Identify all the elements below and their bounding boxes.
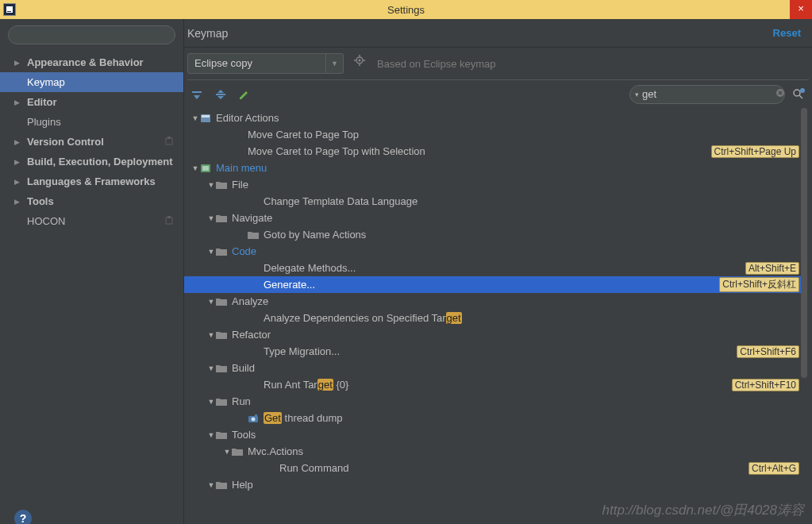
- sidebar-item-languages-frameworks[interactable]: ▶Languages & Frameworks: [0, 171, 183, 191]
- keymap-select[interactable]: Eclipse copy ▼: [187, 53, 344, 74]
- tree-arrow-icon: ▼: [190, 114, 200, 122]
- tree-arrow-icon: ▼: [206, 248, 216, 256]
- svg-point-9: [359, 60, 361, 62]
- svg-marker-15: [194, 95, 200, 99]
- help-icon[interactable]: ?: [14, 510, 32, 524]
- action-search-box[interactable]: ▾: [629, 85, 785, 104]
- tree-arrow-icon: ▼: [206, 431, 216, 439]
- shortcut-badge: Alt+Shift+E: [745, 262, 799, 275]
- breadcrumb: Keymap: [187, 27, 228, 40]
- edit-icon[interactable]: [238, 88, 251, 101]
- tree-label: Move Caret to Page Top: [248, 129, 359, 141]
- sidebar-item-label: Version Control: [27, 136, 104, 148]
- close-button[interactable]: ×: [790, 0, 812, 19]
- tree-node-icon: [216, 179, 229, 191]
- tree-arrow-icon: ▼: [206, 331, 216, 339]
- tree-arrow-icon: ▼: [206, 364, 216, 372]
- sidebar-item-keymap[interactable]: Keymap: [0, 72, 183, 92]
- tree-row[interactable]: ▼Help: [184, 476, 807, 493]
- sidebar-search-input[interactable]: [8, 25, 175, 44]
- svg-rect-4: [166, 138, 172, 144]
- svg-rect-6: [166, 218, 172, 224]
- clear-search-icon[interactable]: [775, 88, 785, 100]
- shortcut-badge: Ctrl+Alt+G: [749, 462, 799, 475]
- tree-node-icon: [216, 363, 229, 374]
- tree-node-icon: [248, 279, 260, 291]
- tree-label: Analyze: [232, 295, 268, 307]
- tree-node-icon: [232, 146, 244, 157]
- tree-row[interactable]: ▼Tools: [184, 426, 807, 443]
- tree-row[interactable]: ▼Code: [184, 243, 807, 260]
- tree-arrow-icon: ▼: [206, 181, 216, 189]
- tree-row[interactable]: Move Caret to Page Top with SelectionCtr…: [184, 143, 807, 160]
- tree-row[interactable]: Move Caret to Page Top: [184, 126, 807, 143]
- sidebar-item-tools[interactable]: ▶Tools: [0, 191, 183, 211]
- expand-arrow-icon: ▶: [14, 198, 22, 206]
- find-by-shortcut-icon[interactable]: [791, 87, 806, 102]
- action-search-input[interactable]: [639, 88, 775, 100]
- tree-label: Tools: [232, 429, 256, 441]
- sidebar-item-plugins[interactable]: Plugins: [0, 112, 183, 132]
- tree-arrow-icon: ▼: [190, 164, 200, 172]
- tree-row[interactable]: Run Ant Target {0}Ctrl+Shift+F10: [184, 376, 807, 393]
- tree-node-icon: [216, 296, 229, 307]
- action-tree[interactable]: ▼Editor ActionsMove Caret to Page TopMov…: [184, 108, 807, 524]
- tree-row[interactable]: ▼Navigate: [184, 210, 807, 226]
- tree-arrow-icon: ▼: [222, 448, 232, 456]
- tree-node-icon: [248, 196, 260, 207]
- expand-arrow-icon: ▶: [14, 138, 22, 146]
- settings-sidebar: ▶Appearance & BehaviorKeymap▶EditorPlugi…: [0, 19, 184, 524]
- tree-label: Main menu: [216, 162, 267, 174]
- tree-row[interactable]: Analyze Dependencies on Specified Target: [184, 310, 807, 326]
- tree-row[interactable]: ▼Editor Actions: [184, 110, 807, 126]
- tree-label: Help: [232, 479, 253, 491]
- svg-point-34: [252, 417, 256, 421]
- tree-row[interactable]: ▼File: [184, 176, 807, 193]
- tree-label: Type Migration...: [264, 345, 340, 357]
- tree-node-icon: [232, 129, 244, 141]
- tree-row[interactable]: Run CommandCtrl+Alt+G: [184, 460, 807, 476]
- expand-arrow-icon: ▶: [14, 158, 22, 166]
- shortcut-badge: Ctrl+Shift+F6: [737, 345, 799, 358]
- tree-arrow-icon: ▼: [206, 214, 216, 222]
- chevron-down-icon[interactable]: ▼: [326, 53, 344, 74]
- tree-row[interactable]: Delegate Methods...Alt+Shift+E: [184, 260, 807, 276]
- sidebar-item-label: Plugins: [27, 116, 61, 128]
- tree-label: Generate...: [264, 279, 315, 291]
- scrollbar[interactable]: [801, 108, 807, 524]
- tree-row[interactable]: ▼Main menu: [184, 160, 807, 176]
- tree-row[interactable]: Goto by Name Actions: [184, 226, 807, 243]
- svg-rect-28: [202, 115, 210, 118]
- sidebar-item-label: HOCON: [27, 215, 65, 227]
- collapse-tree-icon[interactable]: [214, 88, 227, 101]
- tree-row[interactable]: Change Template Data Language: [184, 193, 807, 210]
- tree-row[interactable]: Generate...Ctrl+Shift+反斜杠: [184, 276, 807, 293]
- tree-row[interactable]: ▼Refactor: [184, 326, 807, 343]
- tree-label: Goto by Name Actions: [264, 229, 366, 241]
- tree-label: Run Ant Target {0}: [264, 379, 348, 391]
- sidebar-item-appearance-behavior[interactable]: ▶Appearance & Behavior: [0, 52, 183, 72]
- sidebar-item-version-control[interactable]: ▶Version Control: [0, 132, 183, 152]
- sidebar-item-label: Keymap: [27, 76, 65, 88]
- svg-rect-5: [167, 137, 171, 139]
- tree-node-icon: [216, 213, 229, 224]
- tree-node-icon: [264, 463, 276, 474]
- gear-icon[interactable]: [350, 54, 369, 73]
- sidebar-item-editor[interactable]: ▶Editor: [0, 92, 183, 112]
- expand-tree-icon[interactable]: [190, 88, 203, 101]
- svg-rect-7: [167, 216, 171, 218]
- project-settings-icon: [164, 216, 174, 228]
- tree-node-icon: [216, 430, 229, 441]
- tree-label: Run: [232, 395, 251, 407]
- tree-row[interactable]: ▼Analyze: [184, 293, 807, 310]
- tree-node-icon: [216, 480, 229, 491]
- tree-row[interactable]: ▼Run: [184, 393, 807, 410]
- sidebar-item-build-execution-deployment[interactable]: ▶Build, Execution, Deployment: [0, 152, 183, 171]
- reset-link[interactable]: Reset: [773, 27, 801, 39]
- tree-row[interactable]: Get thread dump: [184, 410, 807, 426]
- sidebar-item-hocon[interactable]: HOCON: [0, 211, 183, 231]
- tree-row[interactable]: ▼Mvc.Actions: [184, 443, 807, 460]
- tree-row[interactable]: ▼Build: [184, 360, 807, 376]
- tree-row[interactable]: Type Migration...Ctrl+Shift+F6: [184, 343, 807, 360]
- tree-label: Editor Actions: [216, 112, 279, 124]
